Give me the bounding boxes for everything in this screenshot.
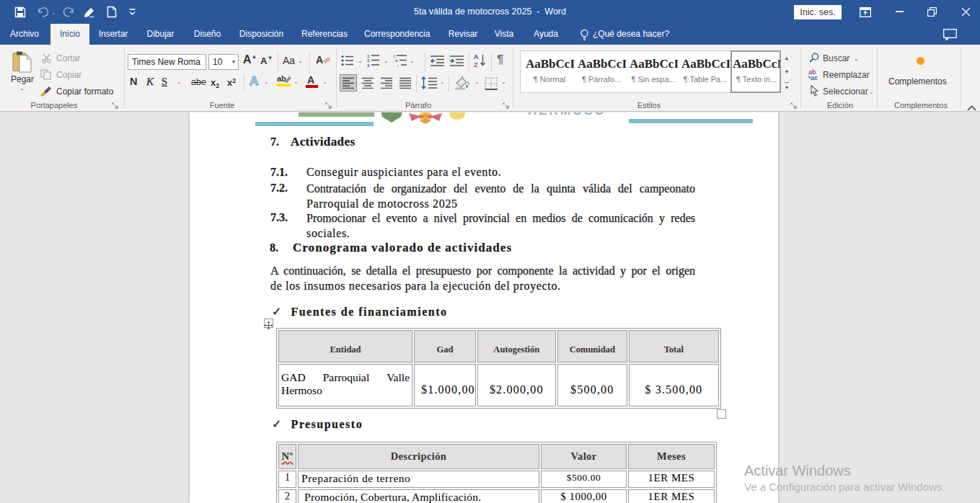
svg-text:2: 2 — [367, 58, 370, 63]
svg-text:i: i — [397, 63, 398, 68]
svg-text:3: 3 — [367, 63, 370, 68]
svg-text:Z: Z — [474, 61, 478, 68]
svg-text:ac: ac — [811, 74, 818, 81]
svg-text:a: a — [395, 58, 398, 63]
svg-text:1: 1 — [393, 54, 396, 58]
svg-text:1: 1 — [367, 54, 370, 58]
svg-text:A: A — [474, 53, 479, 61]
